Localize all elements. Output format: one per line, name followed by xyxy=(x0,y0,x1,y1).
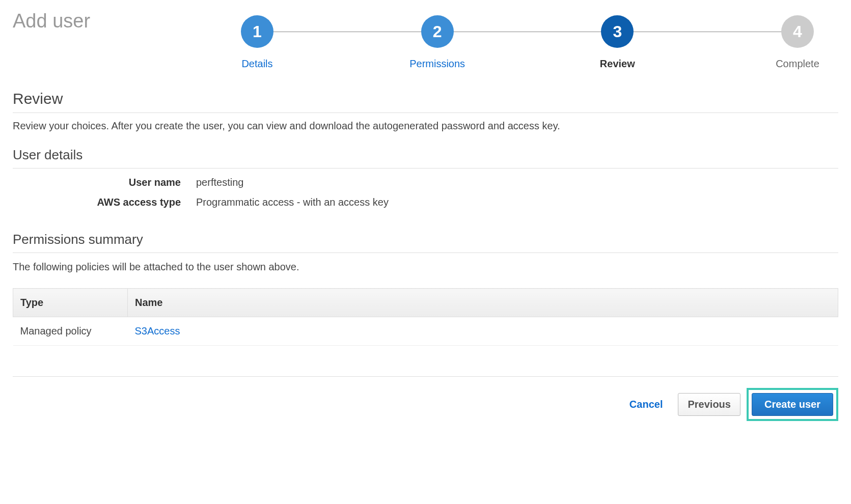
step-label-details: Details xyxy=(241,58,272,70)
create-user-highlight: Create user xyxy=(747,388,838,421)
user-details-heading: User details xyxy=(13,147,838,169)
step-number-1: 1 xyxy=(241,15,273,48)
step-label-permissions: Permissions xyxy=(409,58,465,70)
policy-name-link[interactable]: S3Access xyxy=(135,325,180,337)
stepper-line xyxy=(252,32,803,32)
detail-value-username: perftesting xyxy=(196,177,243,188)
column-header-type[interactable]: Type xyxy=(13,289,128,317)
detail-value-access-type: Programmatic access - with an access key xyxy=(196,197,389,208)
step-number-2: 2 xyxy=(421,15,454,48)
step-label-complete: Complete xyxy=(776,58,819,70)
policy-type-cell: Managed policy xyxy=(13,317,128,346)
policies-table: Type Name Managed policy S3Access xyxy=(13,288,838,346)
previous-button[interactable]: Previous xyxy=(678,393,740,416)
cancel-button[interactable]: Cancel xyxy=(620,394,672,415)
review-description: Review your choices. After you create th… xyxy=(13,120,838,132)
permissions-summary-heading: Permissions summary xyxy=(13,232,838,253)
detail-label-username: User name xyxy=(13,177,196,188)
step-label-review: Review xyxy=(600,58,635,70)
step-complete: 4 Complete xyxy=(767,15,828,70)
policy-name-cell: S3Access xyxy=(128,317,838,346)
step-review[interactable]: 3 Review xyxy=(587,15,648,70)
step-number-4: 4 xyxy=(781,15,814,48)
detail-row-access-type: AWS access type Programmatic access - wi… xyxy=(13,197,838,208)
review-heading: Review xyxy=(13,90,838,113)
create-user-button[interactable]: Create user xyxy=(752,393,833,416)
step-details[interactable]: 1 Details xyxy=(227,15,288,70)
page-title: Add user xyxy=(13,10,216,32)
detail-row-username: User name perftesting xyxy=(13,177,838,188)
permissions-summary-description: The following policies will be attached … xyxy=(13,261,838,273)
detail-label-access-type: AWS access type xyxy=(13,197,196,208)
table-row: Managed policy S3Access xyxy=(13,317,838,346)
wizard-stepper: 1 Details 2 Permissions 3 Review 4 Compl… xyxy=(216,15,838,70)
footer-actions: Cancel Previous Create user xyxy=(13,376,838,421)
column-header-name[interactable]: Name xyxy=(128,289,838,317)
step-number-3: 3 xyxy=(601,15,634,48)
step-permissions[interactable]: 2 Permissions xyxy=(407,15,468,70)
